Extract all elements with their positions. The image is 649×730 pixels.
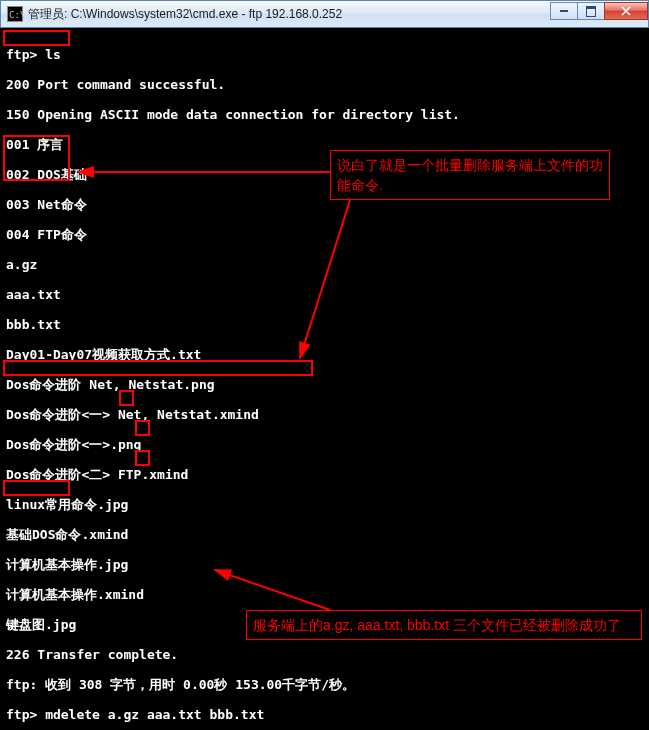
terminal-line: linux常用命令.jpg: [6, 497, 643, 512]
terminal-line: 150 Opening ASCII mode data connection f…: [6, 107, 643, 122]
terminal-line: 004 FTP命令: [6, 227, 643, 242]
terminal-line: Dos命令进阶<一> Net, Netstat.xmind: [6, 407, 643, 422]
window-titlebar: C:\ 管理员: C:\Windows\system32\cmd.exe - f…: [0, 0, 649, 28]
terminal-line: Dos命令进阶 Net, Netstat.png: [6, 377, 643, 392]
window-title: 管理员: C:\Windows\system32\cmd.exe - ftp 1…: [28, 6, 551, 23]
terminal-line: Day01-Day07视频获取方式.txt: [6, 347, 643, 362]
close-button[interactable]: [604, 2, 648, 20]
terminal-line: 计算机基本操作.jpg: [6, 557, 643, 572]
terminal-line: 200 Port command successful.: [6, 77, 643, 92]
terminal-line: Dos命令进阶<一>.png: [6, 437, 643, 452]
minimize-button[interactable]: [550, 2, 578, 20]
terminal-line: bbb.txt: [6, 317, 643, 332]
maximize-button[interactable]: [577, 2, 605, 20]
terminal-line: aaa.txt: [6, 287, 643, 302]
close-icon: [621, 6, 631, 16]
terminal-line: ftp> mdelete a.gz aaa.txt bbb.txt: [6, 707, 643, 722]
terminal-line: ftp: 收到 308 字节，用时 0.00秒 153.00千字节/秒。: [6, 677, 643, 692]
terminal-line: 226 Transfer complete.: [6, 647, 643, 662]
window-buttons: [551, 1, 648, 27]
terminal-line: ftp> ls: [6, 47, 643, 62]
terminal-line: a.gz: [6, 257, 643, 272]
annotation-callout-1: 说白了就是一个批量删除服务端上文件的功能命令.: [330, 150, 610, 200]
cmd-icon: C:\: [7, 6, 23, 22]
terminal-line: 基础DOS命令.xmind: [6, 527, 643, 542]
annotation-callout-2: 服务端上的a.gz, aaa.txt, bbb.txt 三个文件已经被删除成功了: [246, 610, 642, 640]
terminal-line: 计算机基本操作.xmind: [6, 587, 643, 602]
terminal-line: Dos命令进阶<二> FTP.xmind: [6, 467, 643, 482]
